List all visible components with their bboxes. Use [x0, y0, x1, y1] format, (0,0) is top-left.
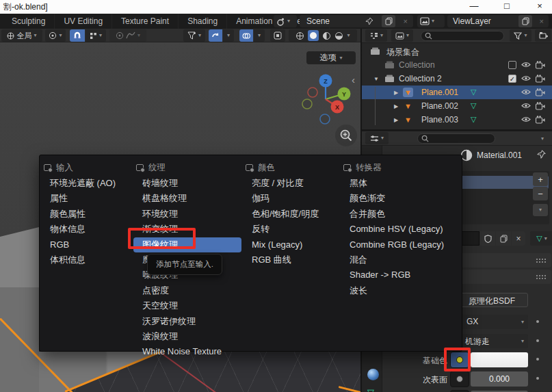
snap-target-dropdown[interactable]: ▾	[86, 29, 106, 42]
gizmo-neg-z-ball[interactable]	[320, 114, 330, 124]
menu-item-波浪纹理[interactable]: 波浪纹理	[133, 329, 241, 344]
gizmo-neg-y-ball[interactable]	[302, 99, 312, 109]
remove-viewlayer-icon[interactable]: ×	[540, 17, 544, 25]
scene-browse-button[interactable]: ▾	[274, 15, 297, 27]
solid-shading-toggle[interactable]	[308, 30, 319, 41]
menu-item-点密度[interactable]: 点密度	[133, 283, 241, 298]
camera-visibility-icon[interactable]	[536, 75, 545, 83]
menu-item-颜色渐变[interactable]: 颜色渐变	[341, 191, 458, 206]
disclosure-triangle[interactable]: ▶	[394, 117, 398, 123]
proportional-editing-group[interactable]: ▾	[109, 29, 146, 42]
menu-item-物体信息[interactable]: 物体信息	[41, 222, 133, 237]
menu-item-合并颜色[interactable]: 合并颜色	[341, 207, 458, 222]
minimize-button[interactable]: —	[464, 1, 484, 11]
collection-checkbox[interactable]: ✓	[508, 75, 516, 83]
menu-item-combine-hsv-legacy-[interactable]: Combine HSV (Legacy)	[341, 222, 458, 237]
close-button[interactable]: ×	[529, 1, 550, 11]
menu-item-环境光遮蔽-ao-[interactable]: 环境光遮蔽 (AO)	[41, 176, 133, 191]
viewport-zoom-button[interactable]	[335, 125, 357, 146]
menu-item-rgb-曲线[interactable]: RGB 曲线	[243, 252, 342, 267]
xray-toggle[interactable]	[270, 29, 285, 42]
animate-dot[interactable]	[536, 320, 539, 323]
eye-icon[interactable]	[521, 74, 531, 83]
material-link-dropdown[interactable]: ▽ ▾	[530, 231, 552, 246]
eye-icon[interactable]	[521, 115, 531, 124]
disclosure-triangle[interactable]: ▶	[394, 90, 398, 96]
menu-item-波长[interactable]: 波长	[341, 283, 458, 298]
outliner-editor-type-dropdown[interactable]: ▾	[365, 29, 387, 42]
transform-orientation-dropdown[interactable]: 全局 ▾	[1, 29, 42, 42]
workspace-tab-sculpting[interactable]: Sculpting	[3, 14, 55, 29]
animate-dot[interactable]	[536, 339, 539, 342]
menu-item-伽玛[interactable]: 伽玛	[243, 191, 342, 206]
menu-item-颜色属性[interactable]: 颜色属性	[41, 207, 133, 222]
snap-toggle[interactable]	[70, 29, 85, 42]
menu-item-shader-rgb[interactable]: Shader -> RGB	[341, 267, 458, 283]
material-tab-icon[interactable]	[367, 369, 379, 380]
camera-visibility-icon[interactable]	[536, 116, 545, 124]
subsurface-value-field[interactable]: 0.000	[471, 371, 528, 387]
menu-item-色相-饱和度-明度[interactable]: 色相/饱和度/明度	[243, 207, 342, 222]
panel-grip[interactable]	[536, 274, 546, 280]
camera-visibility-icon[interactable]	[536, 88, 545, 96]
workspace-tab-shading[interactable]: Shading	[179, 14, 227, 29]
subsurface-socket-button[interactable]	[450, 371, 469, 387]
animate-dot[interactable]	[536, 358, 539, 361]
maximize-button[interactable]: □	[497, 1, 517, 11]
outliner-row-collection[interactable]: Collection	[362, 58, 552, 72]
pin-icon[interactable]	[365, 17, 373, 25]
gizmos-dropdown[interactable]: ▾	[223, 29, 234, 42]
workspace-tab-uv-editing[interactable]: UV Editing	[55, 14, 112, 29]
eye-icon[interactable]	[521, 101, 531, 110]
selectability-filter-dropdown[interactable]: ▾	[183, 29, 205, 42]
navigation-gizmo[interactable]: Z Y X	[298, 73, 356, 131]
remove-material-slot-button[interactable]: −	[533, 187, 548, 200]
collection-checkbox[interactable]	[508, 61, 516, 69]
base-color-swatch[interactable]	[471, 352, 528, 367]
camera-visibility-icon[interactable]	[536, 102, 545, 110]
properties-options-dropdown[interactable]: ▾	[541, 136, 544, 142]
object-data-tab-icon[interactable]: ▽	[367, 387, 374, 392]
overlays-dropdown[interactable]: ▾	[254, 29, 265, 42]
properties-editor-type-dropdown[interactable]: ▾	[365, 132, 389, 144]
outliner-row-plane-002[interactable]: ▶▼Plane.002▽	[362, 99, 552, 113]
outliner-search-input[interactable]	[421, 31, 504, 41]
menu-item-黑体[interactable]: 黑体	[341, 176, 458, 191]
camera-visibility-icon[interactable]	[536, 61, 545, 69]
unlink-scene-icon[interactable]: ×	[404, 17, 408, 25]
new-collection-button[interactable]	[535, 29, 551, 42]
material-shading-icon[interactable]	[322, 31, 331, 40]
outliner-row-collection-2[interactable]: ▼Collection 2✓	[362, 72, 552, 86]
gizmos-toggle[interactable]	[209, 29, 222, 42]
duplicate-material-button[interactable]	[496, 231, 511, 246]
disclosure-triangle[interactable]: ▶	[394, 103, 398, 109]
menu-item-体积信息[interactable]: 体积信息	[41, 252, 133, 267]
menu-item-rgb[interactable]: RGB	[41, 237, 133, 252]
properties-search-input[interactable]	[417, 133, 495, 144]
gizmo-neg-x-ball[interactable]	[308, 88, 317, 97]
menu-item-反转[interactable]: 反转	[243, 222, 342, 237]
copy-scene-button[interactable]	[382, 15, 395, 27]
eye-icon[interactable]	[521, 60, 531, 69]
menu-item-天空纹理[interactable]: 天空纹理	[133, 298, 241, 313]
menu-item-亮度-对比度[interactable]: 亮度 / 对比度	[243, 176, 342, 191]
disclosure-triangle[interactable]: ▼	[373, 76, 379, 82]
outliner-row-场景集合[interactable]: 场景集合	[362, 44, 552, 58]
menu-item-combine-rgb-legacy-[interactable]: Combine RGB (Legacy)	[341, 237, 458, 252]
menu-item-属性[interactable]: 属性	[41, 191, 133, 206]
viewlayer-selector[interactable]: ViewLayer ×	[447, 15, 549, 27]
pin-icon[interactable]	[537, 150, 546, 159]
wireframe-shading-icon[interactable]	[295, 31, 304, 40]
unlink-material-button[interactable]: ×	[512, 231, 525, 246]
menu-item-砖墙纹理[interactable]: 砖墙纹理	[133, 176, 241, 191]
animate-dot[interactable]	[536, 377, 539, 380]
menu-item-mix-legacy-[interactable]: Mix (Legacy)	[243, 237, 342, 252]
add-material-slot-button[interactable]: +	[533, 172, 548, 186]
menu-item-环境纹理[interactable]: 环境纹理	[133, 207, 241, 222]
panel-grip[interactable]	[536, 258, 546, 263]
outliner-filter-dropdown[interactable]: ▾	[510, 29, 531, 42]
fake-user-button[interactable]	[480, 231, 495, 246]
material-slot-specials-dropdown[interactable]: ▾	[533, 204, 548, 216]
rendered-shading-icon[interactable]	[334, 31, 343, 40]
viewport-options-button[interactable]: 选项 ▾	[306, 51, 356, 64]
